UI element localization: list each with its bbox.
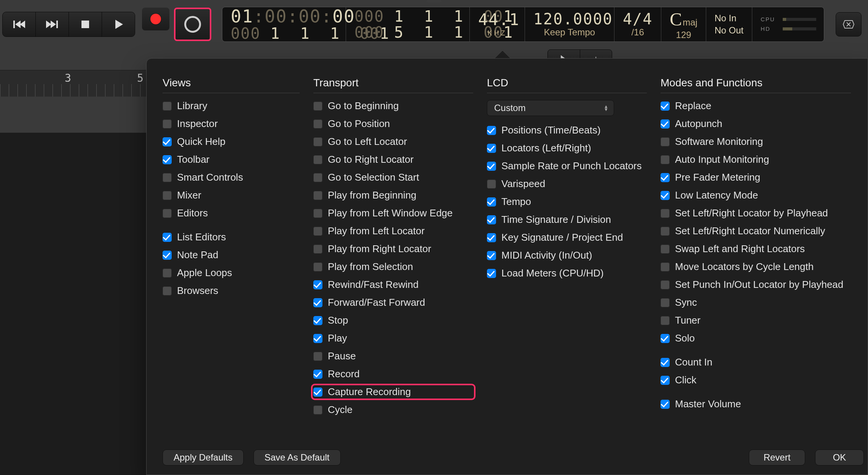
lcd-option-sample-rate-or-punch-locators[interactable]: Sample Rate or Punch Locators <box>487 160 647 172</box>
views-option-apple-loops[interactable]: Apple Loops <box>163 267 300 279</box>
checkbox[interactable] <box>313 173 322 182</box>
transport-option-play-from-left-window-edge[interactable]: Play from Left Window Edge <box>313 207 473 219</box>
checkbox[interactable] <box>313 227 322 236</box>
transport-option-forward-fast-forward[interactable]: Forward/Fast Forward <box>313 297 473 308</box>
transport-option-go-to-right-locator[interactable]: Go to Right Locator <box>313 154 473 165</box>
views-option-browsers[interactable]: Browsers <box>163 285 300 297</box>
lcd-position-beats[interactable]: 000 1 1 1 001 000 5 1 1 001 <box>346 7 470 41</box>
checkbox[interactable] <box>163 286 172 295</box>
checkbox[interactable] <box>313 102 322 111</box>
stop-button[interactable] <box>69 12 102 37</box>
lcd-keysig[interactable]: C maj 129 <box>661 7 706 41</box>
views-option-smart-controls[interactable]: Smart Controls <box>163 172 300 183</box>
revert-button[interactable]: Revert <box>749 450 805 465</box>
checkbox[interactable] <box>313 209 322 218</box>
checkbox[interactable] <box>313 137 322 146</box>
lcd-option-tempo[interactable]: Tempo <box>487 196 647 208</box>
views-option-quick-help[interactable]: Quick Help <box>163 136 300 148</box>
checkbox[interactable] <box>661 119 670 129</box>
transport-option-play[interactable]: Play <box>313 332 473 344</box>
checkbox[interactable] <box>487 197 496 207</box>
checkbox[interactable] <box>661 400 670 409</box>
lcd-punch-io[interactable]: No In No Out <box>706 7 752 41</box>
checkbox[interactable] <box>661 262 670 272</box>
checkbox[interactable] <box>313 191 322 200</box>
checkbox[interactable] <box>661 334 670 343</box>
lcd-option-midi-activity-in-out[interactable]: MIDI Activity (In/Out) <box>487 249 647 261</box>
lcd-option-locators-left-right[interactable]: Locators (Left/Right) <box>487 142 647 154</box>
checkbox[interactable] <box>313 280 322 289</box>
lcd-option-key-signature-project-end[interactable]: Key Signature / Project End <box>487 232 647 243</box>
transport-option-pause[interactable]: Pause <box>313 350 473 362</box>
checkbox[interactable] <box>661 102 670 111</box>
checkbox[interactable] <box>487 126 496 135</box>
transport-option-rewind-fast-rewind[interactable]: Rewind/Fast Rewind <box>313 279 473 291</box>
save-as-default-button[interactable]: Save As Default <box>254 450 341 465</box>
checkbox[interactable] <box>313 298 322 307</box>
views-option-note-pad[interactable]: Note Pad <box>163 249 300 261</box>
checkbox[interactable] <box>163 173 172 182</box>
record-button[interactable] <box>142 8 169 30</box>
window-grab-handle[interactable] <box>426 0 442 2</box>
lcd-sample-rate[interactable]: 44.1 KHZ <box>470 7 525 41</box>
checkbox[interactable] <box>487 233 496 242</box>
rewind-button[interactable] <box>3 12 36 37</box>
capture-recording-button[interactable] <box>174 8 211 41</box>
checkbox[interactable] <box>163 119 172 129</box>
modes-option-master-volume[interactable]: Master Volume <box>661 398 851 410</box>
checkbox[interactable] <box>661 173 670 182</box>
lcd-preset-dropdown[interactable]: Custom ▲▼ <box>487 100 614 116</box>
timeline-ruler[interactable]: 3 5 <box>0 70 146 97</box>
views-option-editors[interactable]: Editors <box>163 207 300 219</box>
lcd-option-varispeed[interactable]: Varispeed <box>487 178 647 190</box>
transport-option-play-from-right-locator[interactable]: Play from Right Locator <box>313 243 473 255</box>
lcd-option-load-meters-cpu-hd[interactable]: Load Meters (CPU/HD) <box>487 267 647 279</box>
checkbox[interactable] <box>163 268 172 278</box>
checkbox[interactable] <box>487 162 496 171</box>
lcd-timesig[interactable]: 4/4 /16 <box>614 7 661 41</box>
lcd-option-time-signature-division[interactable]: Time Signature / Division <box>487 214 647 226</box>
checkbox[interactable] <box>661 227 670 236</box>
modes-option-set-punch-in-out-locator-by-playhead[interactable]: Set Punch In/Out Locator by Playhead <box>661 279 851 291</box>
transport-option-record[interactable]: Record <box>313 368 473 380</box>
transport-option-go-to-selection-start[interactable]: Go to Selection Start <box>313 172 473 183</box>
modes-option-count-in[interactable]: Count In <box>661 356 851 368</box>
modes-option-auto-input-monitoring[interactable]: Auto Input Monitoring <box>661 154 851 165</box>
views-option-list-editors[interactable]: List Editors <box>163 231 300 243</box>
ok-button[interactable]: OK <box>815 450 864 465</box>
clear-overload-button[interactable] <box>836 12 862 37</box>
transport-option-play-from-selection[interactable]: Play from Selection <box>313 261 473 273</box>
modes-option-set-left-right-locator-by-playhead[interactable]: Set Left/Right Locator by Playhead <box>661 207 851 219</box>
transport-option-stop[interactable]: Stop <box>313 315 473 326</box>
checkbox[interactable] <box>313 334 322 343</box>
checkbox[interactable] <box>163 137 172 146</box>
checkbox[interactable] <box>313 352 322 361</box>
checkbox[interactable] <box>163 102 172 111</box>
track-lane[interactable] <box>0 97 146 133</box>
checkbox[interactable] <box>163 233 172 242</box>
views-option-mixer[interactable]: Mixer <box>163 189 300 201</box>
checkbox[interactable] <box>313 119 322 129</box>
checkbox[interactable] <box>661 191 670 200</box>
checkbox[interactable] <box>313 370 322 379</box>
checkbox[interactable] <box>661 358 670 367</box>
lcd-option-positions-time-beats[interactable]: Positions (Time/Beats) <box>487 124 647 136</box>
transport-option-play-from-beginning[interactable]: Play from Beginning <box>313 189 473 201</box>
modes-option-move-locators-by-cycle-length[interactable]: Move Locators by Cycle Length <box>661 261 851 273</box>
checkbox[interactable] <box>163 251 172 260</box>
checkbox[interactable] <box>313 155 322 164</box>
checkbox[interactable] <box>313 405 322 415</box>
modes-option-click[interactable]: Click <box>661 374 851 386</box>
play-button[interactable] <box>102 12 135 37</box>
modes-option-pre-fader-metering[interactable]: Pre Fader Metering <box>661 172 851 183</box>
checkbox[interactable] <box>661 280 670 289</box>
checkbox[interactable] <box>661 209 670 218</box>
modes-option-sync[interactable]: Sync <box>661 297 851 308</box>
lcd-tempo[interactable]: 120.0000 Keep Tempo <box>525 7 614 41</box>
modes-option-replace[interactable]: Replace <box>661 100 851 112</box>
checkbox[interactable] <box>661 245 670 254</box>
transport-option-cycle[interactable]: Cycle <box>313 404 473 416</box>
checkbox[interactable] <box>163 209 172 218</box>
checkbox[interactable] <box>313 245 322 254</box>
checkbox[interactable] <box>487 144 496 153</box>
